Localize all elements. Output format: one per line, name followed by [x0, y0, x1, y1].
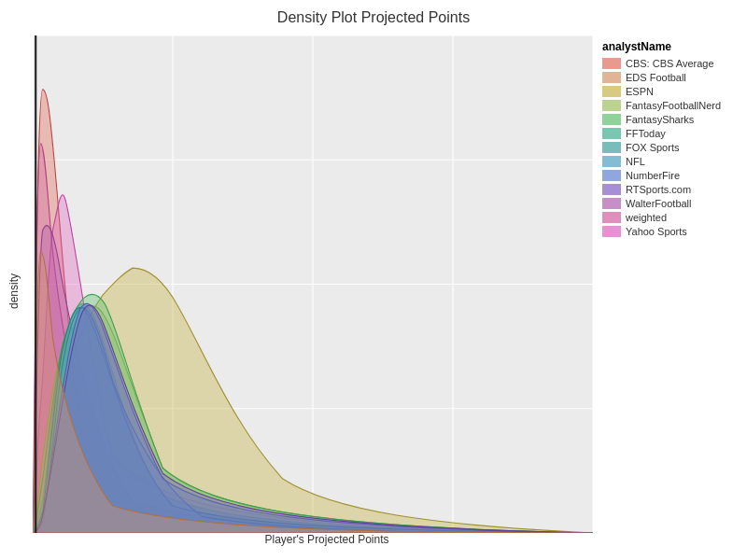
legend-item: RTSports.com — [602, 184, 742, 195]
legend-item-label: Yahoo Sports — [626, 226, 687, 237]
legend-color-box — [602, 198, 621, 209]
legend-item-label: weighted — [626, 212, 667, 223]
legend-item-label: NFL — [626, 156, 645, 167]
legend-item-label: NumberFire — [626, 170, 680, 181]
legend-item-label: FantasyFootballNerd — [626, 100, 721, 111]
legend-color-box — [602, 184, 621, 195]
legend-item: EDS Football — [602, 72, 742, 83]
plot-area: 0 100 200 300 0.000 0.005 0.010 0.015 — [33, 35, 593, 533]
legend-item-label: FFToday — [626, 128, 666, 139]
legend-item-label: RTSports.com — [626, 184, 691, 195]
legend-color-box — [602, 72, 621, 83]
legend-item-label: ESPN — [626, 86, 654, 97]
legend-color-box — [602, 156, 621, 167]
legend-item: FantasySharks — [602, 114, 742, 125]
legend-item: CBS: CBS Average — [602, 58, 742, 69]
legend-item-label: FOX Sports — [626, 142, 679, 153]
legend-color-box — [602, 58, 621, 69]
legend-color-box — [602, 128, 621, 139]
legend-item-label: CBS: CBS Average — [626, 58, 714, 69]
x-axis-label: Player's Projected Points — [61, 533, 593, 551]
legend-item: weighted — [602, 212, 742, 223]
legend-color-box — [602, 212, 621, 223]
legend-item: FOX Sports — [602, 142, 742, 153]
chart-container: Density Plot Projected Points density — [0, 0, 747, 560]
legend-item: NFL — [602, 156, 742, 167]
legend: analystName CBS: CBS AverageEDS Football… — [598, 31, 747, 533]
legend-color-box — [602, 114, 621, 125]
chart-title: Density Plot Projected Points — [277, 9, 470, 26]
legend-color-box — [602, 142, 621, 153]
y-axis-label: density — [7, 273, 21, 308]
legend-item-label: WalterFootball — [626, 198, 692, 209]
legend-item-label: FantasySharks — [626, 114, 694, 125]
legend-color-box — [602, 170, 621, 181]
y-axis-label-container: density — [0, 31, 28, 551]
legend-color-box — [602, 86, 621, 97]
legend-color-box — [602, 226, 621, 237]
legend-color-box — [602, 100, 621, 111]
legend-title: analystName — [602, 40, 742, 53]
legend-item: ESPN — [602, 86, 742, 97]
legend-item-label: EDS Football — [626, 72, 686, 83]
legend-item: FantasyFootballNerd — [602, 100, 742, 111]
legend-item: WalterFootball — [602, 198, 742, 209]
legend-item: Yahoo Sports — [602, 226, 742, 237]
legend-item: NumberFire — [602, 170, 742, 181]
legend-item: FFToday — [602, 128, 742, 139]
density-plot-svg: 0 100 200 300 0.000 0.005 0.010 0.015 — [33, 35, 593, 533]
